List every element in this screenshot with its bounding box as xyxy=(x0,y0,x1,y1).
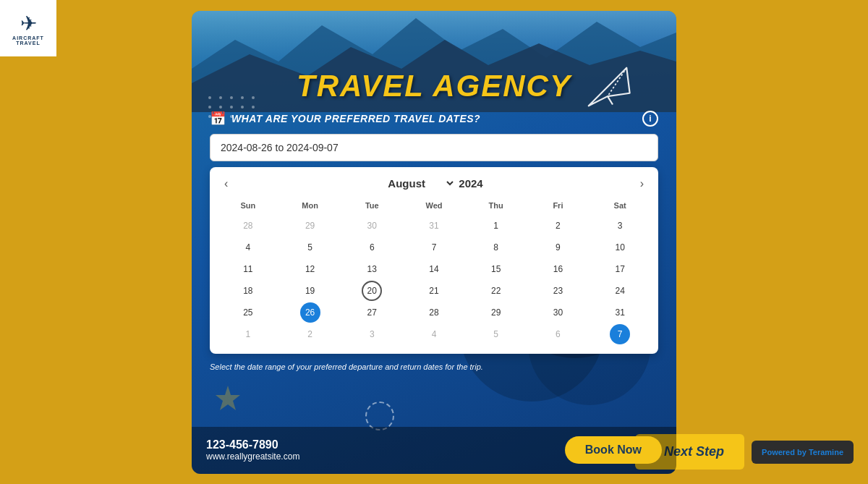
calendar-day[interactable]: 3 xyxy=(362,324,382,344)
logo-text: AIRCRAFT xyxy=(12,35,44,41)
calendar-day[interactable]: 31 xyxy=(424,216,444,236)
month-year-display: JanuaryFebruaryMarchApril MayJuneJulyAug… xyxy=(385,177,482,190)
contact-info: 123-456-7890 www.reallygreatsite.com xyxy=(206,438,299,462)
calendar-day[interactable]: 10 xyxy=(610,237,630,258)
book-now-button[interactable]: Book Now xyxy=(565,436,662,464)
calendar-day[interactable]: 6 xyxy=(548,324,568,344)
powered-by: Powered by Teramine xyxy=(752,441,854,464)
day-headers: Sun Mon Tue Wed Thu Fri Sat xyxy=(217,199,651,212)
calendar-day[interactable]: 5 xyxy=(300,237,320,258)
calendar-day[interactable]: 29 xyxy=(300,216,320,236)
page-title: Travel Agency xyxy=(206,69,662,103)
calendar-day[interactable]: 28 xyxy=(238,216,258,236)
calendar-day[interactable]: 20 xyxy=(362,281,382,301)
date-range-input[interactable] xyxy=(210,134,658,161)
logo-subtext: TRAVEL xyxy=(16,41,40,46)
calendar-day[interactable]: 4 xyxy=(424,324,444,344)
calendar-day[interactable]: 16 xyxy=(548,259,568,279)
calendar-day[interactable]: 2 xyxy=(300,324,320,344)
day-header-thu: Thu xyxy=(465,199,527,212)
day-header-tue: Tue xyxy=(341,199,403,212)
calendar-day[interactable]: 11 xyxy=(238,259,258,279)
powered-by-brand: Teramine xyxy=(809,448,843,457)
calendar-day[interactable]: 7 xyxy=(610,324,630,344)
calendar-day[interactable]: 26 xyxy=(300,302,320,323)
info-icon[interactable]: i xyxy=(642,111,658,127)
calendar-day[interactable]: 15 xyxy=(486,259,506,279)
calendar-day[interactable]: 21 xyxy=(424,281,444,301)
calendar-day[interactable]: 30 xyxy=(362,216,382,236)
day-header-fri: Fri xyxy=(527,199,590,212)
calendar-day[interactable]: 4 xyxy=(238,237,258,258)
calendar-grid: Sun Mon Tue Wed Thu Fri Sat 282930311234… xyxy=(217,199,651,345)
calendar-day[interactable]: 3 xyxy=(610,216,630,236)
calendar-day[interactable]: 17 xyxy=(610,259,630,279)
main-panel: Travel Agency 📅 What are your preferred … xyxy=(192,11,676,474)
day-header-sun: Sun xyxy=(217,199,279,212)
month-select[interactable]: JanuaryFebruaryMarchApril MayJuneJulyAug… xyxy=(385,177,456,190)
calendar-day[interactable]: 6 xyxy=(362,237,382,258)
calendar-days: 2829303112345678910111213141516171819202… xyxy=(217,215,651,345)
calendar-day[interactable]: 7 xyxy=(424,237,444,258)
question-left: 📅 What are your preferred travel dates? xyxy=(210,111,480,127)
day-header-wed: Wed xyxy=(403,199,465,212)
content-area: 📅 What are your preferred travel dates? … xyxy=(192,103,676,474)
calendar-day[interactable]: 9 xyxy=(548,237,568,258)
calendar-day[interactable]: 28 xyxy=(424,302,444,323)
description-text: Select the date range of your preferred … xyxy=(210,361,658,373)
calendar-day[interactable]: 12 xyxy=(300,259,320,279)
calendar-day[interactable]: 1 xyxy=(238,324,258,344)
calendar-day[interactable]: 31 xyxy=(610,302,630,323)
website-url: www.reallygreatsite.com xyxy=(206,451,299,462)
calendar-day[interactable]: 22 xyxy=(486,281,506,301)
prev-month-button[interactable]: ‹ xyxy=(220,176,232,192)
calendar-day[interactable]: 5 xyxy=(486,324,506,344)
question-header: 📅 What are your preferred travel dates? … xyxy=(210,111,658,127)
calendar-day[interactable]: 29 xyxy=(486,302,506,323)
calendar-day[interactable]: 25 xyxy=(238,302,258,323)
calendar-container: ‹ JanuaryFebruaryMarchApril MayJuneJulyA… xyxy=(210,167,658,354)
day-header-mon: Mon xyxy=(279,199,341,212)
calendar-header: ‹ JanuaryFebruaryMarchApril MayJuneJulyA… xyxy=(217,176,651,192)
logo-plane-icon: ✈ xyxy=(20,12,37,35)
calendar-day[interactable]: 19 xyxy=(300,281,320,301)
title-area: Travel Agency xyxy=(192,11,676,103)
powered-by-prefix: Powered by xyxy=(762,448,807,457)
calendar-day[interactable]: 27 xyxy=(362,302,382,323)
calendar-day[interactable]: 23 xyxy=(548,281,568,301)
calendar-day[interactable]: 24 xyxy=(610,281,630,301)
year-display: 2024 xyxy=(459,177,482,190)
next-month-button[interactable]: › xyxy=(636,176,648,192)
calendar-day[interactable]: 30 xyxy=(548,302,568,323)
bottom-bar: 123-456-7890 www.reallygreatsite.com Boo… xyxy=(192,427,676,474)
calendar-day[interactable]: 1 xyxy=(486,216,506,236)
calendar-icon: 📅 xyxy=(210,111,226,127)
outer-wrapper: ✈ AIRCRAFT TRAVEL xyxy=(0,0,868,484)
calendar-day[interactable]: 14 xyxy=(424,259,444,279)
calendar-day[interactable]: 18 xyxy=(238,281,258,301)
day-header-sat: Sat xyxy=(589,199,651,212)
calendar-day[interactable]: 2 xyxy=(548,216,568,236)
calendar-day[interactable]: 13 xyxy=(362,259,382,279)
calendar-day[interactable]: 8 xyxy=(486,237,506,258)
logo-box: ✈ AIRCRAFT TRAVEL xyxy=(0,0,56,56)
question-text: What are your preferred travel dates? xyxy=(231,113,480,124)
phone-number: 123-456-7890 xyxy=(206,438,299,451)
